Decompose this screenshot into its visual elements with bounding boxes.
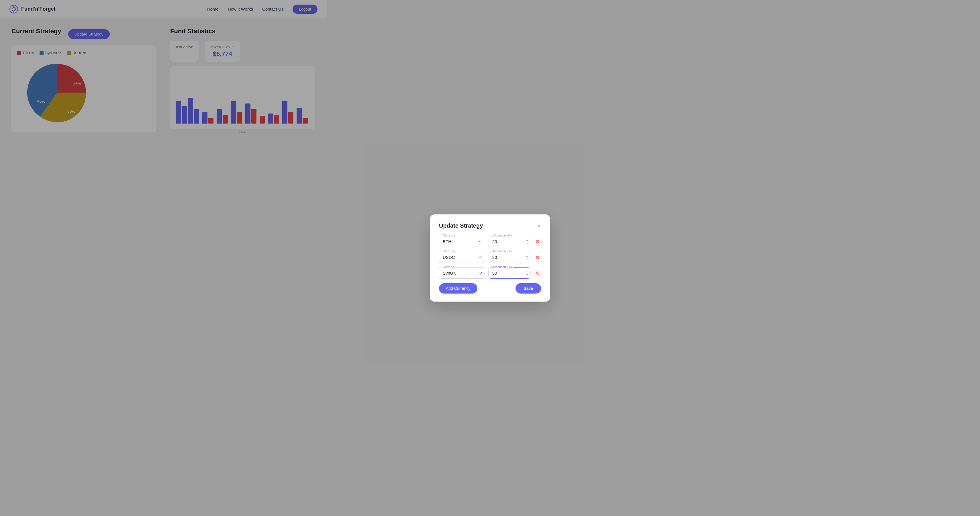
modal-overlay: Update Strategy × Currency ETH USDC SynU… bbox=[0, 0, 327, 172]
